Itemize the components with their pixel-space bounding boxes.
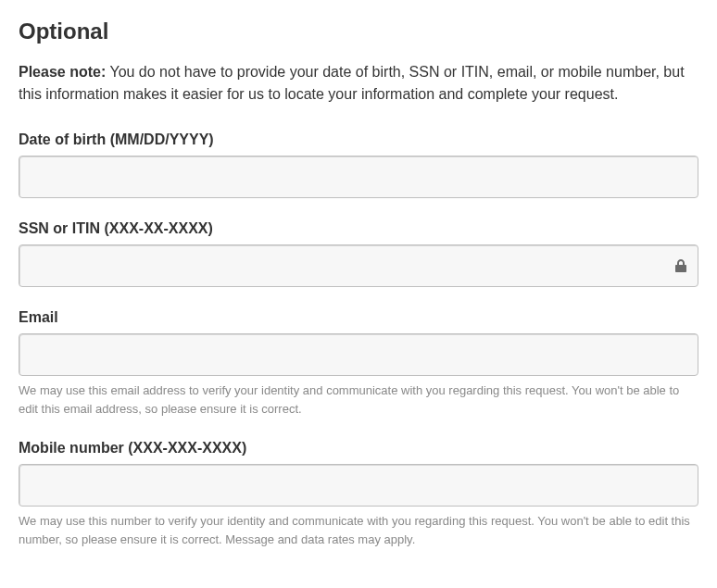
input-wrap-dob: [19, 156, 698, 198]
label-dob: Date of birth (MM/DD/YYYY): [19, 131, 698, 148]
mobile-input[interactable]: [19, 464, 698, 507]
dob-input[interactable]: [19, 156, 698, 198]
input-wrap-email: [19, 333, 698, 376]
input-wrap-mobile: [19, 464, 698, 507]
field-email: Email We may use this email address to v…: [19, 309, 698, 418]
note-body: You do not have to provide your date of …: [19, 64, 685, 102]
ssn-input[interactable]: [19, 244, 698, 287]
section-heading: Optional: [19, 19, 698, 44]
label-email: Email: [19, 309, 698, 326]
label-ssn: SSN or ITIN (XXX-XX-XXXX): [19, 220, 698, 237]
helper-email: We may use this email address to verify …: [19, 382, 698, 418]
label-mobile: Mobile number (XXX-XXX-XXXX): [19, 440, 698, 457]
note-strong: Please note:: [19, 64, 106, 80]
field-ssn: SSN or ITIN (XXX-XX-XXXX): [19, 220, 698, 287]
note-text: Please note: You do not have to provide …: [19, 61, 698, 106]
field-dob: Date of birth (MM/DD/YYYY): [19, 131, 698, 198]
helper-mobile: We may use this number to verify your id…: [19, 512, 698, 548]
input-wrap-ssn: [19, 244, 698, 287]
email-input[interactable]: [19, 333, 698, 376]
field-mobile: Mobile number (XXX-XXX-XXXX) We may use …: [19, 440, 698, 548]
